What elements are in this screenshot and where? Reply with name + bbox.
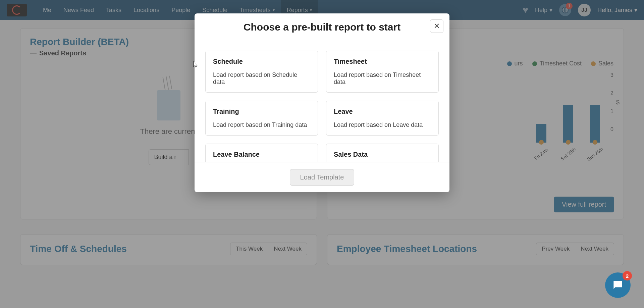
- template-card-leave[interactable]: Leave Load report based on Leave data: [326, 101, 439, 136]
- template-card-timesheet[interactable]: Timesheet Load report based on Timesheet…: [326, 51, 439, 93]
- card-title: Leave Balance: [213, 151, 310, 158]
- chat-icon: [611, 279, 624, 292]
- template-card-schedule[interactable]: Schedule Load report based on Schedule d…: [205, 51, 318, 93]
- chat-badge: 2: [623, 271, 632, 280]
- card-title: Timesheet: [334, 58, 431, 65]
- card-title: Training: [213, 108, 310, 115]
- card-title: Sales Data: [334, 151, 431, 158]
- modal-title: Choose a pre-built report to start: [204, 21, 440, 33]
- modal-header: Choose a pre-built report to start ✕: [195, 13, 449, 41]
- card-desc: Load report based on Schedule data: [213, 71, 310, 86]
- card-title: Schedule: [213, 58, 310, 65]
- template-card-leave-balance[interactable]: Leave Balance: [205, 144, 318, 162]
- modal-footer: Load Template: [195, 162, 449, 192]
- template-card-sales-data[interactable]: Sales Data: [326, 144, 439, 162]
- modal-overlay: Choose a pre-built report to start ✕ Sch…: [0, 0, 644, 308]
- card-desc: Load report based on Timesheet data: [334, 71, 431, 86]
- chat-launcher[interactable]: 2: [605, 272, 631, 298]
- card-desc: Load report based on Training data: [213, 121, 310, 129]
- report-template-modal: Choose a pre-built report to start ✕ Sch…: [195, 13, 449, 192]
- modal-close-button[interactable]: ✕: [430, 19, 443, 33]
- modal-body: Schedule Load report based on Schedule d…: [195, 41, 449, 162]
- template-card-training[interactable]: Training Load report based on Training d…: [205, 101, 318, 136]
- load-template-button[interactable]: Load Template: [290, 169, 355, 186]
- card-title: Leave: [334, 108, 431, 115]
- card-desc: Load report based on Leave data: [334, 121, 431, 129]
- close-icon: ✕: [434, 22, 440, 31]
